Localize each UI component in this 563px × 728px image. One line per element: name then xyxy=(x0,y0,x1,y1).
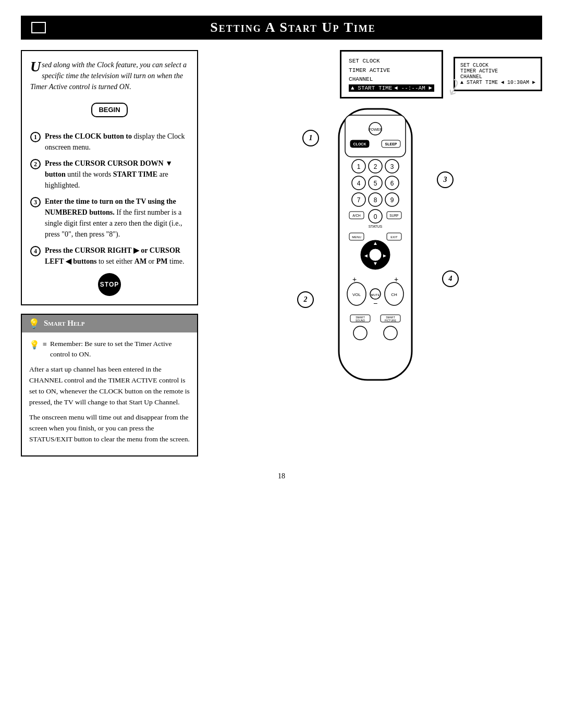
svg-text:EXIT: EXIT xyxy=(390,236,398,239)
smart-help-tip: Remember: Be sure to set the Timer Activ… xyxy=(50,339,190,361)
svg-text:STATUS: STATUS xyxy=(369,225,383,228)
svg-point-38 xyxy=(369,249,382,261)
svg-text:SURF: SURF xyxy=(389,214,399,217)
step-4: 4 Press the CURSOR RIGHT ▶ or CURSOR LEF… xyxy=(30,245,189,267)
svg-text:4: 4 xyxy=(357,180,361,187)
right-panel: SET CLOCK TIMER ACTIVE CHANNEL ▲ START T… xyxy=(209,50,542,456)
screen-1: SET CLOCK TIMER ACTIVE CHANNEL ▲ START T… xyxy=(340,50,443,98)
screen-top-area: SET CLOCK TIMER ACTIVE CHANNEL ▲ START T… xyxy=(209,50,542,98)
svg-text:A/CH: A/CH xyxy=(352,214,361,217)
screen2-line2: TIMER ACTIVE xyxy=(460,68,535,74)
svg-text:MENU: MENU xyxy=(352,236,361,239)
step-4-text: Press the CURSOR RIGHT ▶ or CURSOR LEFT … xyxy=(45,245,189,267)
svg-text:PICTURE: PICTURE xyxy=(385,319,397,322)
step-3: 3 Enter the time to turn on the TV using… xyxy=(30,196,189,240)
smart-help-para-2: The onscreen menu will time out and disa… xyxy=(29,412,190,445)
step-3-num: 3 xyxy=(30,197,41,207)
screen1-line3: CHANNEL xyxy=(349,75,434,84)
screen2-line1: SET CLOCK xyxy=(460,63,535,68)
svg-text:2: 2 xyxy=(374,163,377,170)
step-3-text: Enter the time to turn on the TV using t… xyxy=(45,196,189,240)
screen2-highlighted: ▲ START TIME ◄ 10:30AM ► xyxy=(460,80,535,85)
step-1: 1 Press the CLOCK button to display the … xyxy=(30,131,189,153)
screen1-highlighted: ▲ START TIME ◄ --:--AM ► xyxy=(349,84,434,92)
svg-point-58 xyxy=(353,326,367,340)
page-title: Setting A Start Up Time xyxy=(54,20,532,35)
step-1-num: 1 xyxy=(30,132,41,142)
svg-text:►: ► xyxy=(382,253,387,258)
step-1-text: Press the CLOCK button to display the Cl… xyxy=(45,131,189,153)
svg-text:VOL: VOL xyxy=(352,292,361,297)
callout-3: 3 xyxy=(437,171,454,188)
page-header: Setting A Start Up Time xyxy=(21,16,542,40)
stop-circle: STOP xyxy=(98,273,121,296)
begin-badge: BEGIN xyxy=(91,103,127,117)
smart-help-header: 💡 Smart Help xyxy=(22,315,197,332)
svg-text:9: 9 xyxy=(390,196,394,204)
callout-1: 1 xyxy=(302,130,319,146)
screen1-label: ▲ START TIME xyxy=(351,85,392,91)
screen-2: SET CLOCK TIMER ACTIVE CHANNEL ▲ START T… xyxy=(454,57,542,91)
main-content: Used along with the Clock feature, you c… xyxy=(21,50,542,456)
smart-help-content: 💡 ≡ Remember: Be sure to set the Timer A… xyxy=(22,332,197,455)
instruction-box: Used along with the Clock feature, you c… xyxy=(21,50,198,305)
intro-text: Used along with the Clock feature, you c… xyxy=(30,59,189,92)
svg-text:POWER: POWER xyxy=(369,128,382,131)
bulb-icon-small: 💡 xyxy=(29,339,40,352)
screen2-label: ▲ START TIME xyxy=(460,80,498,85)
smart-help-para-1: After a start up channel has been entere… xyxy=(29,364,190,408)
smart-help-box: 💡 Smart Help 💡 ≡ Remember: Be sure to se… xyxy=(21,314,198,456)
remote-area: POWER CLOCK SLEEP 1 2 xyxy=(209,98,542,401)
lightbulb-icon: 💡 xyxy=(28,318,40,329)
svg-text:▲: ▲ xyxy=(373,240,378,246)
intro-letter: U xyxy=(30,59,41,74)
svg-text:◄: ◄ xyxy=(363,253,369,258)
callout-2: 2 xyxy=(297,291,314,308)
svg-text:−: − xyxy=(373,299,377,307)
svg-text:0: 0 xyxy=(374,213,377,220)
svg-text:8: 8 xyxy=(374,196,377,204)
intro-body: sed along with the Clock feature, you ca… xyxy=(30,61,187,91)
svg-text:▼: ▼ xyxy=(373,261,378,266)
svg-text:CH: CH xyxy=(391,292,397,297)
step-4-num: 4 xyxy=(30,246,41,256)
list-icon: ≡ xyxy=(43,339,47,350)
svg-point-59 xyxy=(384,326,397,340)
remote-svg: POWER CLOCK SLEEP 1 2 xyxy=(308,98,443,401)
svg-text:7: 7 xyxy=(357,196,361,204)
callout-4: 4 xyxy=(442,270,459,287)
screen2-line3: CHANNEL xyxy=(460,74,535,80)
step-2: 2 Press the CURSOR CURSOR DOWN ▼ button … xyxy=(30,158,189,191)
smart-help-tip-line: 💡 ≡ Remember: Be sure to set the Timer A… xyxy=(29,339,190,361)
svg-text:5: 5 xyxy=(374,180,377,187)
screen1-value: ◄ --:--AM ► xyxy=(394,85,432,91)
page-number: 18 xyxy=(21,472,542,480)
svg-text:MUTE: MUTE xyxy=(371,293,380,297)
screen2-value: ◄ 10:30AM ► xyxy=(501,80,535,85)
svg-text:3: 3 xyxy=(390,163,394,170)
svg-text:SLEEP: SLEEP xyxy=(385,142,397,146)
screen1-line1: SET CLOCK xyxy=(349,57,434,66)
svg-text:1: 1 xyxy=(357,163,361,170)
left-panel: Used along with the Clock feature, you c… xyxy=(21,50,198,456)
svg-rect-1 xyxy=(345,115,406,157)
remote-container: POWER CLOCK SLEEP 1 2 xyxy=(308,98,443,401)
step-2-num: 2 xyxy=(30,159,41,169)
step-2-text: Press the CURSOR CURSOR DOWN ▼ button un… xyxy=(45,158,189,191)
screen1-line2: TIMER ACTIVE xyxy=(349,66,434,76)
stop-badge-container: STOP xyxy=(30,273,189,296)
smart-help-title: Smart Help xyxy=(44,319,84,328)
svg-text:CLOCK: CLOCK xyxy=(353,142,366,146)
svg-text:SOUND: SOUND xyxy=(356,319,365,322)
tv-icon xyxy=(31,22,46,33)
svg-text:6: 6 xyxy=(390,180,394,187)
